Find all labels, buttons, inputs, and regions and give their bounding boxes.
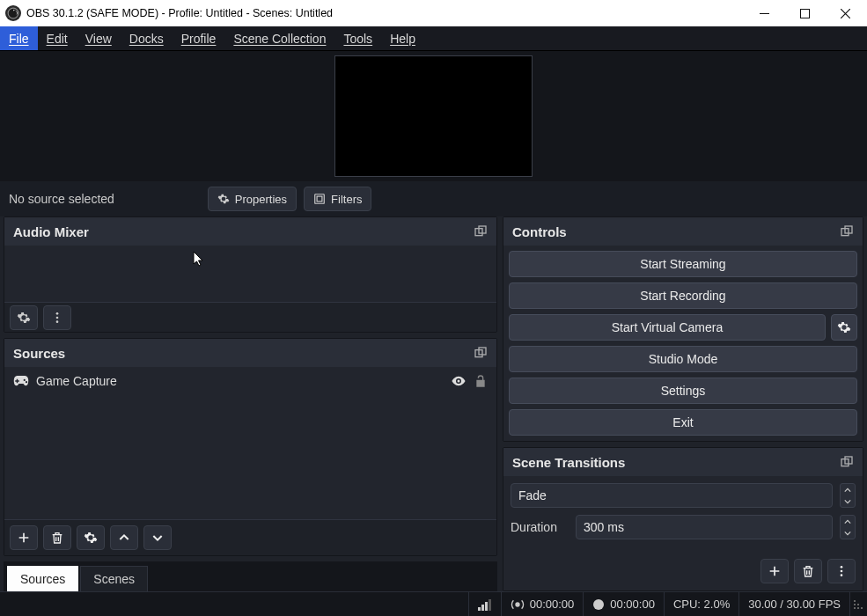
filters-label: Filters	[331, 193, 362, 206]
svg-rect-20	[485, 602, 488, 611]
menu-file[interactable]: File	[0, 26, 38, 50]
mixer-settings-button[interactable]	[10, 305, 38, 330]
menu-docks[interactable]: Docks	[121, 26, 173, 50]
duration-stepper[interactable]	[840, 515, 856, 539]
virtual-cam-settings-button[interactable]	[831, 314, 857, 341]
svg-point-8	[56, 320, 59, 323]
menu-tools[interactable]: Tools	[334, 26, 381, 50]
controls-dock: Controls Start Streaming Start Recording…	[503, 216, 863, 442]
gear-icon	[217, 193, 230, 205]
bottom-tabs: Sources Scenes	[4, 561, 497, 591]
transition-select[interactable]: Fade	[511, 483, 833, 508]
controls-title: Controls	[512, 224, 567, 239]
window-titlebar: OBS 30.1.2 (SAFE MODE) - Profile: Untitl…	[0, 0, 867, 26]
popout-icon[interactable]	[474, 224, 488, 238]
filters-button[interactable]: Filters	[304, 187, 371, 211]
menu-help[interactable]: Help	[381, 26, 424, 50]
minimize-button[interactable]	[744, 0, 784, 26]
maximize-button[interactable]	[784, 0, 825, 26]
exit-button[interactable]: Exit	[509, 409, 857, 436]
docks-area: Audio Mixer Sources	[0, 216, 867, 591]
close-button[interactable]	[825, 0, 865, 26]
stream-time-value: 00:00:00	[530, 598, 575, 611]
audio-mixer-title: Audio Mixer	[13, 224, 89, 239]
cpu-usage: CPU: 2.0%	[664, 592, 738, 616]
source-name: Game Capture	[36, 374, 444, 388]
tab-scenes[interactable]: Scenes	[80, 566, 148, 591]
move-up-button[interactable]	[110, 525, 138, 550]
network-status[interactable]	[468, 592, 501, 616]
lock-toggle[interactable]	[474, 373, 488, 389]
source-status-label: No source selected	[9, 192, 114, 206]
move-down-button[interactable]	[143, 525, 172, 550]
menu-view[interactable]: View	[77, 26, 121, 50]
popout-icon[interactable]	[474, 346, 488, 360]
add-transition-button[interactable]	[760, 559, 789, 583]
sources-list[interactable]: Game Capture	[4, 367, 496, 555]
start-recording-button[interactable]: Start Recording	[509, 282, 857, 309]
sources-dock: Sources Game Capture	[4, 338, 497, 556]
properties-label: Properties	[235, 193, 287, 206]
svg-point-7	[56, 316, 59, 319]
popout-icon[interactable]	[840, 224, 854, 238]
source-properties-button[interactable]	[77, 525, 105, 550]
menu-scene-collection[interactable]: Scene Collection	[224, 26, 334, 50]
cursor-icon	[193, 251, 205, 267]
sources-header[interactable]: Sources	[4, 339, 496, 367]
gamepad-icon	[13, 375, 29, 387]
sources-title: Sources	[13, 346, 65, 361]
signal-icon	[478, 598, 492, 611]
source-item[interactable]: Game Capture	[4, 367, 496, 395]
svg-point-15	[841, 566, 843, 568]
chevron-up-icon	[841, 484, 855, 495]
preview-canvas	[334, 55, 533, 177]
audio-mixer-body	[4, 246, 496, 302]
duration-input[interactable]: 300 ms	[576, 515, 833, 539]
duration-label: Duration	[511, 520, 569, 534]
svg-point-23	[593, 599, 604, 610]
remove-source-button[interactable]	[43, 525, 71, 550]
broadcast-icon	[511, 598, 525, 612]
settings-button[interactable]: Settings	[509, 378, 857, 404]
transition-menu-button[interactable]	[827, 559, 856, 583]
svg-point-22	[516, 603, 519, 606]
svg-rect-21	[489, 599, 491, 611]
menubar: File Edit View Docks Profile Scene Colle…	[0, 26, 867, 51]
audio-mixer-dock: Audio Mixer	[4, 216, 497, 333]
fps-status: 30.00 / 30.00 FPS	[738, 592, 849, 616]
svg-point-6	[56, 312, 59, 315]
app-icon	[5, 5, 21, 21]
menu-edit[interactable]: Edit	[38, 26, 77, 50]
svg-point-17	[841, 574, 843, 576]
record-time: 00:00:00	[583, 592, 664, 616]
controls-header[interactable]: Controls	[503, 217, 863, 246]
audio-mixer-header[interactable]: Audio Mixer	[4, 217, 496, 246]
preview-area[interactable]	[0, 51, 867, 181]
svg-rect-2	[315, 194, 325, 204]
svg-point-16	[841, 570, 843, 573]
popout-icon[interactable]	[840, 455, 854, 469]
stream-time: 00:00:00	[501, 592, 584, 616]
menu-profile[interactable]: Profile	[173, 26, 225, 50]
transition-select-stepper[interactable]	[840, 483, 856, 508]
statusbar: 00:00:00 00:00:00 CPU: 2.0% 30.00 / 30.0…	[0, 591, 867, 616]
svg-rect-3	[317, 196, 322, 202]
window-title: OBS 30.1.2 (SAFE MODE) - Profile: Untitl…	[26, 7, 333, 19]
properties-button[interactable]: Properties	[208, 187, 297, 211]
record-icon	[592, 598, 605, 611]
chevron-down-icon	[841, 495, 855, 507]
visibility-toggle[interactable]	[451, 373, 467, 389]
chevron-down-icon	[841, 527, 855, 539]
mixer-menu-button[interactable]	[43, 305, 71, 330]
start-streaming-button[interactable]: Start Streaming	[509, 251, 857, 277]
transitions-dock: Scene Transitions Fade Duration 300 ms	[503, 447, 863, 591]
record-time-value: 00:00:00	[610, 598, 655, 611]
resize-grip[interactable]	[849, 592, 867, 616]
studio-mode-button[interactable]: Studio Mode	[509, 346, 857, 372]
add-source-button[interactable]	[10, 525, 38, 550]
start-virtual-cam-button[interactable]: Start Virtual Camera	[509, 314, 826, 341]
tab-sources[interactable]: Sources	[7, 566, 78, 591]
svg-rect-1	[800, 9, 809, 18]
remove-transition-button[interactable]	[794, 559, 822, 583]
transitions-header[interactable]: Scene Transitions	[503, 448, 863, 476]
